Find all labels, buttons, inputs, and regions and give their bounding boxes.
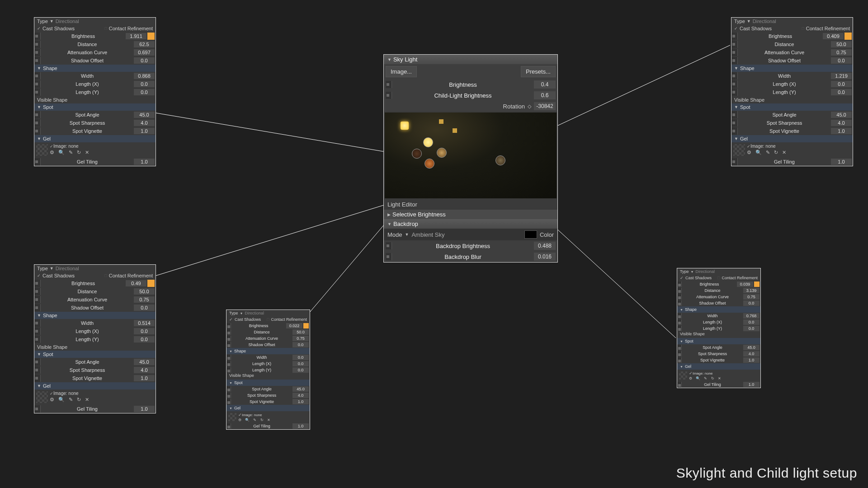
- checkbox-empty-icon[interactable]: □: [104, 273, 107, 278]
- spot-header[interactable]: ▼Spot: [677, 338, 760, 344]
- gel-header[interactable]: ▼Gel: [34, 382, 156, 389]
- attenuation-slider[interactable]: [34, 49, 41, 56]
- spot-angle-slider[interactable]: [731, 111, 738, 118]
- checkbox-checked-icon[interactable]: ✓: [50, 144, 53, 149]
- spot-angle-slider[interactable]: [677, 345, 682, 350]
- value-spot-vignette[interactable]: 1.0: [134, 128, 155, 134]
- color-swatch[interactable]: [303, 323, 309, 328]
- length-x-slider[interactable]: [34, 328, 41, 335]
- value-width[interactable]: 0.0: [292, 355, 309, 360]
- value-spot-angle[interactable]: 45.0: [134, 112, 155, 118]
- checkbox-checked-icon[interactable]: ✓: [50, 391, 53, 396]
- spot-header[interactable]: ▼Spot: [226, 380, 310, 386]
- color-swatch[interactable]: [844, 33, 852, 40]
- checkbox-empty-icon[interactable]: □: [717, 276, 720, 280]
- value-length-y[interactable]: 0.0: [134, 336, 155, 343]
- backdrop-header[interactable]: ▼ Backdrop: [384, 219, 557, 229]
- length-y-slider[interactable]: [34, 89, 41, 96]
- checkbox-checked-icon[interactable]: ✓: [680, 276, 684, 280]
- backdrop-blur-slider[interactable]: [386, 253, 392, 260]
- brightness-slider[interactable]: [34, 33, 41, 40]
- brightness-slider[interactable]: [386, 81, 392, 88]
- length-x-slider[interactable]: [226, 361, 231, 366]
- checkbox-empty-icon[interactable]: □: [802, 26, 804, 31]
- shadow-offset-slider[interactable]: [34, 304, 41, 311]
- spot-sharpness-slider[interactable]: [34, 119, 41, 127]
- value-shadow-offset[interactable]: 0.0: [292, 342, 309, 347]
- chevron-down-icon[interactable]: ▼: [405, 232, 409, 237]
- value-spot-sharpness[interactable]: 4.0: [292, 393, 309, 398]
- contact-refinement-label[interactable]: Contact Refinement: [109, 273, 153, 278]
- gel-tiling-slider[interactable]: [34, 158, 41, 165]
- value-spot-angle[interactable]: 45.0: [134, 359, 155, 365]
- value-length-y[interactable]: 0.0: [134, 89, 155, 95]
- value-brightness[interactable]: 0.4: [534, 80, 556, 89]
- value-spot-vignette[interactable]: 1.0: [134, 375, 155, 381]
- distance-slider[interactable]: [34, 41, 41, 48]
- value-rotation[interactable]: -30842: [534, 102, 556, 110]
- backdrop-brightness-slider[interactable]: [386, 242, 392, 249]
- gel-toolbar[interactable]: ⚙ 🔍 ✎ ↻ ✕: [677, 375, 760, 380]
- value-gel-tiling[interactable]: 1.0: [743, 382, 760, 387]
- spot-angle-slider[interactable]: [34, 358, 41, 366]
- value-brightness[interactable]: 0.022: [286, 323, 302, 328]
- value-spot-vignette[interactable]: 1.0: [743, 357, 760, 363]
- spot-angle-slider[interactable]: [34, 111, 41, 118]
- type-row[interactable]: Type▼ Directional: [34, 18, 156, 25]
- value-distance[interactable]: 50.0: [134, 288, 155, 295]
- attenuation-slider[interactable]: [226, 336, 231, 341]
- shadow-offset-slider[interactable]: [34, 57, 41, 64]
- spot-header[interactable]: ▼Spot: [34, 351, 156, 358]
- brightness-slider[interactable]: [677, 282, 682, 287]
- value-attenuation[interactable]: 0.75: [831, 49, 852, 56]
- presets-button[interactable]: Presets...: [521, 66, 556, 77]
- checkbox-checked-icon[interactable]: ✓: [747, 144, 750, 149]
- value-gel-tiling[interactable]: 1.0: [292, 423, 309, 429]
- gel-toolbar[interactable]: ⚙ 🔍 ✎ ↻ ✕: [226, 417, 309, 422]
- type-row[interactable]: Type▼ Directional: [226, 310, 310, 316]
- cast-shadows-label[interactable]: Cast Shadows: [740, 26, 772, 31]
- spot-sharpness-slider[interactable]: [731, 119, 738, 127]
- attenuation-slider[interactable]: [731, 49, 738, 56]
- color-swatch[interactable]: [147, 280, 155, 287]
- checkbox-checked-icon[interactable]: ✓: [734, 26, 738, 31]
- value-length-x[interactable]: 0.0: [134, 328, 155, 334]
- checkbox-checked-icon[interactable]: ✓: [37, 273, 41, 278]
- length-y-slider[interactable]: [677, 326, 682, 331]
- value-backdrop-brightness[interactable]: 0.488: [534, 242, 556, 250]
- attenuation-slider[interactable]: [677, 294, 682, 300]
- spot-header[interactable]: ▼Spot: [731, 103, 853, 111]
- value-gel-tiling[interactable]: 1.0: [831, 159, 852, 165]
- spot-sharpness-slider[interactable]: [34, 366, 41, 374]
- child-light-dot-3[interactable]: [425, 159, 434, 169]
- contact-refinement-label[interactable]: Contact Refinement: [806, 26, 850, 31]
- width-slider[interactable]: [226, 355, 231, 360]
- color-swatch[interactable]: [754, 282, 760, 287]
- hdri-preview[interactable]: [385, 113, 557, 198]
- value-brightness[interactable]: 1.911: [126, 33, 146, 39]
- length-x-slider[interactable]: [34, 80, 41, 88]
- type-row[interactable]: Type▼ Directional: [677, 268, 760, 275]
- color-swatch[interactable]: [147, 33, 155, 40]
- value-distance[interactable]: 50.0: [292, 329, 309, 335]
- value-gel-tiling[interactable]: 1.0: [134, 406, 155, 412]
- shape-header[interactable]: ▼Shape: [34, 65, 156, 72]
- spot-angle-slider[interactable]: [226, 386, 231, 392]
- value-brightness[interactable]: 0.039: [737, 282, 753, 287]
- value-backdrop-blur[interactable]: 0.016: [534, 253, 556, 261]
- brightness-slider[interactable]: [731, 33, 738, 40]
- shadow-offset-slider[interactable]: [677, 300, 682, 306]
- width-slider[interactable]: [34, 319, 41, 327]
- gel-image-thumb[interactable]: [36, 391, 48, 403]
- gel-header[interactable]: ▼Gel: [226, 405, 310, 411]
- value-distance[interactable]: 50.0: [831, 41, 852, 47]
- spot-vignette-slider[interactable]: [731, 127, 738, 135]
- checkbox-empty-icon[interactable]: □: [267, 317, 269, 322]
- contact-refinement-label[interactable]: Contact Refinement: [722, 276, 758, 280]
- value-width[interactable]: 0.868: [134, 73, 155, 79]
- gel-toolbar[interactable]: ⚙ 🔍 ✎ ↻ ✕: [34, 396, 155, 403]
- value-distance[interactable]: 3.139: [743, 288, 760, 293]
- length-x-slider[interactable]: [677, 319, 682, 325]
- checkbox-empty-icon[interactable]: □: [104, 26, 107, 31]
- child-light-dot-2[interactable]: [412, 149, 422, 159]
